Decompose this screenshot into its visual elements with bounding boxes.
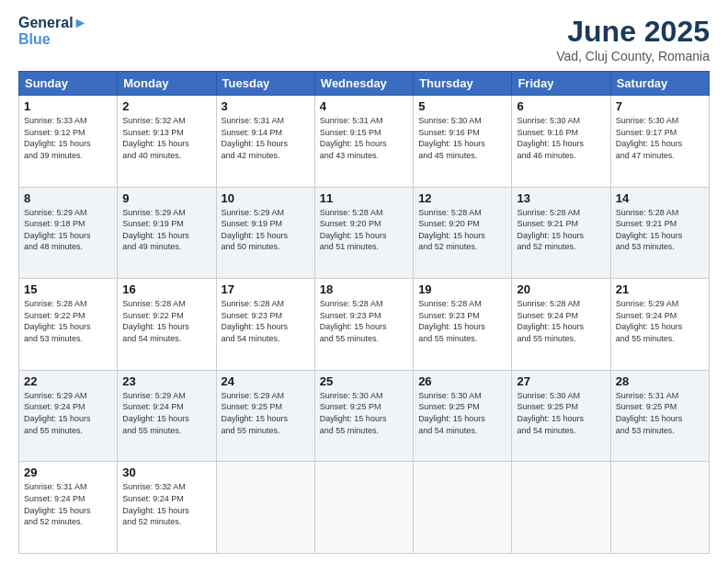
table-row: 17Sunrise: 5:28 AM Sunset: 9:23 PM Dayli… (216, 279, 314, 371)
day-info: Sunrise: 5:28 AM Sunset: 9:23 PM Dayligh… (418, 298, 506, 344)
table-row: 21Sunrise: 5:29 AM Sunset: 9:24 PM Dayli… (610, 279, 709, 371)
day-number: 8 (24, 191, 112, 205)
day-info: Sunrise: 5:32 AM Sunset: 9:24 PM Dayligh… (122, 481, 210, 527)
table-row (512, 462, 610, 554)
day-number: 27 (517, 374, 605, 388)
day-info: Sunrise: 5:28 AM Sunset: 9:23 PM Dayligh… (222, 298, 310, 344)
table-row: 25Sunrise: 5:30 AM Sunset: 9:25 PM Dayli… (314, 370, 413, 462)
day-number: 4 (320, 99, 408, 113)
table-row: 10Sunrise: 5:29 AM Sunset: 9:19 PM Dayli… (216, 187, 314, 279)
day-info: Sunrise: 5:31 AM Sunset: 9:25 PM Dayligh… (616, 390, 704, 436)
day-number: 19 (418, 282, 506, 296)
table-row: 20Sunrise: 5:28 AM Sunset: 9:24 PM Dayli… (512, 279, 610, 371)
table-row: 28Sunrise: 5:31 AM Sunset: 9:25 PM Dayli… (610, 370, 709, 462)
table-row: 29Sunrise: 5:31 AM Sunset: 9:24 PM Dayli… (19, 462, 118, 554)
table-row: 18Sunrise: 5:28 AM Sunset: 9:23 PM Dayli… (314, 279, 413, 371)
day-number: 21 (616, 282, 704, 296)
logo: General► Blue (18, 15, 87, 47)
day-number: 25 (320, 374, 408, 388)
day-number: 9 (122, 191, 210, 205)
day-number: 28 (616, 374, 704, 388)
table-row: 23Sunrise: 5:29 AM Sunset: 9:24 PM Dayli… (118, 370, 216, 462)
table-row: 16Sunrise: 5:28 AM Sunset: 9:22 PM Dayli… (118, 279, 216, 371)
day-info: Sunrise: 5:30 AM Sunset: 9:17 PM Dayligh… (616, 115, 704, 161)
day-info: Sunrise: 5:33 AM Sunset: 9:12 PM Dayligh… (24, 115, 112, 161)
day-info: Sunrise: 5:28 AM Sunset: 9:21 PM Dayligh… (517, 207, 605, 253)
day-number: 24 (222, 374, 310, 388)
day-number: 29 (24, 465, 112, 479)
day-info: Sunrise: 5:31 AM Sunset: 9:14 PM Dayligh… (222, 115, 310, 161)
day-info: Sunrise: 5:28 AM Sunset: 9:24 PM Dayligh… (517, 298, 605, 344)
table-row: 7Sunrise: 5:30 AM Sunset: 9:17 PM Daylig… (610, 96, 709, 188)
table-row: 26Sunrise: 5:30 AM Sunset: 9:25 PM Dayli… (414, 370, 512, 462)
day-info: Sunrise: 5:30 AM Sunset: 9:25 PM Dayligh… (320, 390, 408, 436)
table-row: 5Sunrise: 5:30 AM Sunset: 9:16 PM Daylig… (414, 96, 512, 188)
day-number: 1 (24, 99, 112, 113)
day-number: 7 (616, 99, 704, 113)
table-row: 24Sunrise: 5:29 AM Sunset: 9:25 PM Dayli… (216, 370, 314, 462)
col-saturday: Saturday (610, 72, 709, 96)
col-thursday: Thursday (414, 72, 512, 96)
col-friday: Friday (512, 72, 610, 96)
day-number: 15 (24, 282, 112, 296)
table-row (216, 462, 314, 554)
day-number: 16 (122, 282, 210, 296)
day-number: 30 (122, 465, 210, 479)
subtitle: Vad, Cluj County, Romania (556, 49, 710, 63)
main-title: June 2025 (556, 15, 710, 49)
day-number: 13 (517, 191, 605, 205)
day-number: 12 (418, 191, 506, 205)
table-row: 19Sunrise: 5:28 AM Sunset: 9:23 PM Dayli… (414, 279, 512, 371)
table-row: 4Sunrise: 5:31 AM Sunset: 9:15 PM Daylig… (314, 96, 413, 188)
day-number: 6 (517, 99, 605, 113)
table-row: 6Sunrise: 5:30 AM Sunset: 9:16 PM Daylig… (512, 96, 610, 188)
day-number: 20 (517, 282, 605, 296)
calendar-page: General► Blue June 2025 Vad, Cluj County… (0, 0, 728, 563)
table-row: 22Sunrise: 5:29 AM Sunset: 9:24 PM Dayli… (19, 370, 118, 462)
table-row: 11Sunrise: 5:28 AM Sunset: 9:20 PM Dayli… (314, 187, 413, 279)
day-info: Sunrise: 5:28 AM Sunset: 9:23 PM Dayligh… (320, 298, 408, 344)
day-info: Sunrise: 5:29 AM Sunset: 9:24 PM Dayligh… (616, 298, 704, 344)
day-info: Sunrise: 5:29 AM Sunset: 9:19 PM Dayligh… (122, 207, 210, 253)
table-row: 1Sunrise: 5:33 AM Sunset: 9:12 PM Daylig… (19, 96, 118, 188)
day-info: Sunrise: 5:30 AM Sunset: 9:16 PM Dayligh… (418, 115, 506, 161)
header: General► Blue June 2025 Vad, Cluj County… (18, 15, 710, 63)
day-info: Sunrise: 5:31 AM Sunset: 9:24 PM Dayligh… (24, 481, 112, 527)
day-number: 23 (122, 374, 210, 388)
day-info: Sunrise: 5:30 AM Sunset: 9:25 PM Dayligh… (418, 390, 506, 436)
day-number: 17 (222, 282, 310, 296)
day-info: Sunrise: 5:29 AM Sunset: 9:24 PM Dayligh… (24, 390, 112, 436)
day-number: 14 (616, 191, 704, 205)
col-wednesday: Wednesday (314, 72, 413, 96)
table-row: 2Sunrise: 5:32 AM Sunset: 9:13 PM Daylig… (118, 96, 216, 188)
day-info: Sunrise: 5:29 AM Sunset: 9:18 PM Dayligh… (24, 207, 112, 253)
day-number: 5 (418, 99, 506, 113)
day-info: Sunrise: 5:29 AM Sunset: 9:24 PM Dayligh… (122, 390, 210, 436)
table-row: 8Sunrise: 5:29 AM Sunset: 9:18 PM Daylig… (19, 187, 118, 279)
table-row: 3Sunrise: 5:31 AM Sunset: 9:14 PM Daylig… (216, 96, 314, 188)
day-number: 2 (122, 99, 210, 113)
day-info: Sunrise: 5:32 AM Sunset: 9:13 PM Dayligh… (122, 115, 210, 161)
table-row: 15Sunrise: 5:28 AM Sunset: 9:22 PM Dayli… (19, 279, 118, 371)
col-monday: Monday (118, 72, 216, 96)
day-info: Sunrise: 5:28 AM Sunset: 9:22 PM Dayligh… (24, 298, 112, 344)
table-row (414, 462, 512, 554)
table-row: 30Sunrise: 5:32 AM Sunset: 9:24 PM Dayli… (118, 462, 216, 554)
table-row: 12Sunrise: 5:28 AM Sunset: 9:20 PM Dayli… (414, 187, 512, 279)
day-number: 11 (320, 191, 408, 205)
table-row: 13Sunrise: 5:28 AM Sunset: 9:21 PM Dayli… (512, 187, 610, 279)
table-row (314, 462, 413, 554)
title-area: June 2025 Vad, Cluj County, Romania (556, 15, 710, 63)
day-info: Sunrise: 5:29 AM Sunset: 9:19 PM Dayligh… (222, 207, 310, 253)
day-info: Sunrise: 5:29 AM Sunset: 9:25 PM Dayligh… (222, 390, 310, 436)
table-row: 9Sunrise: 5:29 AM Sunset: 9:19 PM Daylig… (118, 187, 216, 279)
day-number: 22 (24, 374, 112, 388)
day-info: Sunrise: 5:28 AM Sunset: 9:20 PM Dayligh… (320, 207, 408, 253)
day-info: Sunrise: 5:28 AM Sunset: 9:21 PM Dayligh… (616, 207, 704, 253)
day-number: 3 (222, 99, 310, 113)
table-row: 14Sunrise: 5:28 AM Sunset: 9:21 PM Dayli… (610, 187, 709, 279)
day-number: 18 (320, 282, 408, 296)
day-info: Sunrise: 5:31 AM Sunset: 9:15 PM Dayligh… (320, 115, 408, 161)
day-info: Sunrise: 5:30 AM Sunset: 9:25 PM Dayligh… (517, 390, 605, 436)
col-sunday: Sunday (19, 72, 118, 96)
